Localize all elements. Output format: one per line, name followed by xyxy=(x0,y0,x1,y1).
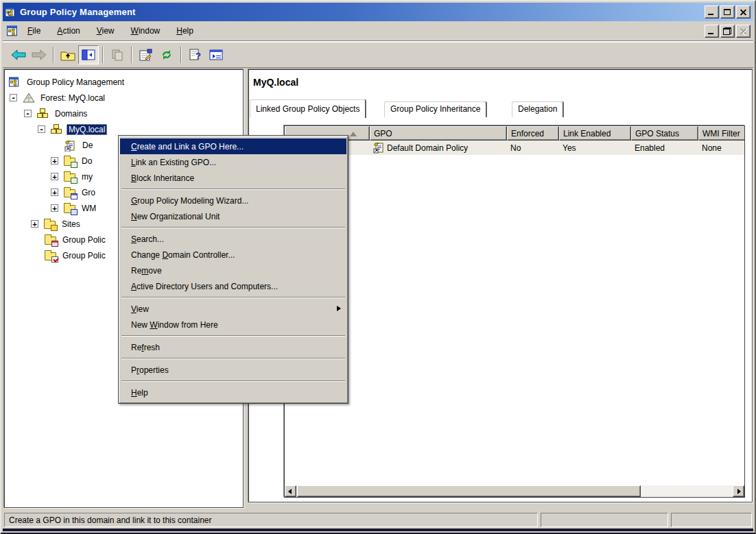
mdi-minimize-button[interactable] xyxy=(705,25,719,38)
wmi-filter-value: None xyxy=(698,143,745,153)
tree-expand-icon[interactable]: + xyxy=(51,157,58,165)
tree-collapse-icon[interactable]: - xyxy=(24,110,32,117)
page-title: MyQ.local xyxy=(253,77,298,88)
modeling-folder-icon xyxy=(45,234,57,245)
help-icon[interactable]: ? xyxy=(185,45,206,64)
menu-item-remove[interactable]: Remove xyxy=(120,263,346,278)
up-one-level-icon[interactable] xyxy=(58,45,78,64)
menu-item-search[interactable]: Search... xyxy=(120,231,346,247)
tree-item-group-policy-management[interactable]: Group Policy Management xyxy=(5,74,243,90)
gpo-name: Default Domain Policy xyxy=(387,143,468,153)
scroll-left-icon[interactable] xyxy=(285,485,296,497)
scroll-right-icon[interactable] xyxy=(733,485,744,497)
tab-group-policy-inheritance[interactable]: Group Policy Inheritance xyxy=(383,101,487,117)
menu-item-block-inheritance[interactable]: Block Inheritance xyxy=(120,170,346,186)
menu-separator xyxy=(121,297,345,298)
menu-item-view[interactable]: View xyxy=(120,301,346,317)
menu-window[interactable]: Window xyxy=(126,23,166,38)
tree-collapse-icon[interactable]: - xyxy=(10,94,17,101)
close-button[interactable] xyxy=(736,5,751,19)
horizontal-scrollbar[interactable] xyxy=(285,485,744,497)
wmi-folder-icon xyxy=(64,203,76,214)
context-menu: Create and Link a GPO Here... Link an Ex… xyxy=(118,135,349,404)
minimize-button[interactable] xyxy=(705,5,719,19)
status-panel-2 xyxy=(541,513,668,527)
title-bar: Group Policy Management xyxy=(3,3,753,21)
menu-item-change-domain-controller[interactable]: Change Domain Controller... xyxy=(120,247,346,263)
menu-bar: File Action View Window Help xyxy=(3,21,753,41)
tree-expand-icon[interactable]: + xyxy=(51,173,58,180)
tree-item-label: Forest: MyQ.local xyxy=(38,93,107,104)
back-icon[interactable] xyxy=(8,45,29,64)
gpo-folder-icon xyxy=(64,187,76,198)
menu-item-new-window-from-here[interactable]: New Window from Here xyxy=(120,317,346,332)
sites-folder-icon xyxy=(44,219,56,230)
menu-separator xyxy=(121,335,345,337)
app-window: Group Policy Management File Action View… xyxy=(0,0,756,534)
forward-icon xyxy=(29,45,49,64)
status-bar: Create a GPO in this domain and link it … xyxy=(3,511,753,529)
console-window-icon[interactable] xyxy=(7,25,19,37)
tree-item-label: MyQ.local xyxy=(67,124,107,135)
tree-item-label: Group Polic xyxy=(60,234,108,245)
list-header: GPO Enforced Link Enabled GPO Status WMI… xyxy=(285,126,745,141)
menu-item-help[interactable]: Help xyxy=(120,385,346,400)
ou-folder-icon xyxy=(64,171,76,182)
tree-collapse-icon[interactable]: - xyxy=(38,125,45,133)
mdi-close-button xyxy=(736,25,751,38)
column-header-link-enabled[interactable]: Link Enabled xyxy=(559,126,631,141)
column-header-wmi-filter[interactable]: WMI Filter xyxy=(698,126,745,141)
tree-item-label: Gro xyxy=(80,187,97,198)
tree-item-label: Domains xyxy=(53,108,89,119)
console-icon xyxy=(9,77,21,88)
menu-action[interactable]: Action xyxy=(51,23,85,38)
table-row[interactable]: Default Domain Policy No Yes Enabled Non… xyxy=(285,141,745,155)
maximize-button[interactable] xyxy=(720,5,735,19)
tree-item-domains[interactable]: - Domains xyxy=(5,106,243,121)
menu-item-active-directory-users-and-computers[interactable]: Active Directory Users and Computers... xyxy=(120,278,346,294)
svg-text:?: ? xyxy=(196,51,201,61)
menu-separator xyxy=(121,358,345,359)
menu-item-create-and-link-gpo[interactable]: Create and Link a GPO Here... xyxy=(120,138,346,154)
copy-icon xyxy=(107,45,128,64)
refresh-icon[interactable] xyxy=(156,45,177,64)
menu-file[interactable]: File xyxy=(22,23,46,38)
ou-folder-icon xyxy=(64,156,76,167)
column-header-enforced[interactable]: Enforced xyxy=(507,126,559,141)
link-enabled-value: Yes xyxy=(559,143,631,153)
tab-delegation[interactable]: Delegation xyxy=(511,101,564,117)
export-list-icon[interactable] xyxy=(206,45,226,64)
menu-item-link-existing-gpo[interactable]: Link an Existing GPO... xyxy=(120,154,346,170)
tree-item-label: De xyxy=(80,140,95,151)
sort-ascending-icon xyxy=(350,132,357,136)
menu-item-group-policy-modeling-wizard[interactable]: Group Policy Modeling Wizard... xyxy=(120,193,346,208)
column-header-gpo-status[interactable]: GPO Status xyxy=(631,126,698,141)
menu-separator xyxy=(121,227,345,228)
results-folder-icon xyxy=(45,250,57,261)
enforced-value: No xyxy=(507,143,559,153)
tree-item-label: Do xyxy=(80,156,94,167)
mdi-restore-button[interactable] xyxy=(720,25,735,38)
app-console-icon xyxy=(5,7,16,18)
menu-item-refresh[interactable]: Refresh xyxy=(120,339,346,355)
tree-item-label: my xyxy=(80,171,95,182)
window-bottom-border xyxy=(3,529,753,531)
toolbar: ? xyxy=(3,42,753,68)
tree-item-label: Group Polic xyxy=(60,250,108,261)
tree-item-forest[interactable]: - Forest: MyQ.local xyxy=(5,90,243,106)
properties-icon[interactable] xyxy=(136,45,156,64)
tree-item-label: WM xyxy=(80,203,98,214)
column-header-gpo[interactable]: GPO xyxy=(370,126,507,141)
menu-item-new-organizational-unit[interactable]: New Organizational Unit xyxy=(120,208,346,224)
menu-view[interactable]: View xyxy=(91,23,120,38)
tree-expand-icon[interactable]: + xyxy=(51,189,58,196)
tab-linked-group-policy-objects[interactable]: Linked Group Policy Objects xyxy=(249,99,366,118)
submenu-arrow-icon xyxy=(337,306,341,311)
tree-expand-icon[interactable]: + xyxy=(51,204,58,212)
menu-separator xyxy=(121,189,345,190)
tree-expand-icon[interactable]: + xyxy=(31,220,38,228)
menu-help[interactable]: Help xyxy=(171,23,199,38)
show-hide-console-tree-icon[interactable] xyxy=(78,45,99,64)
menu-item-properties[interactable]: Properties xyxy=(120,362,346,378)
scrollbar-thumb[interactable] xyxy=(297,485,641,497)
